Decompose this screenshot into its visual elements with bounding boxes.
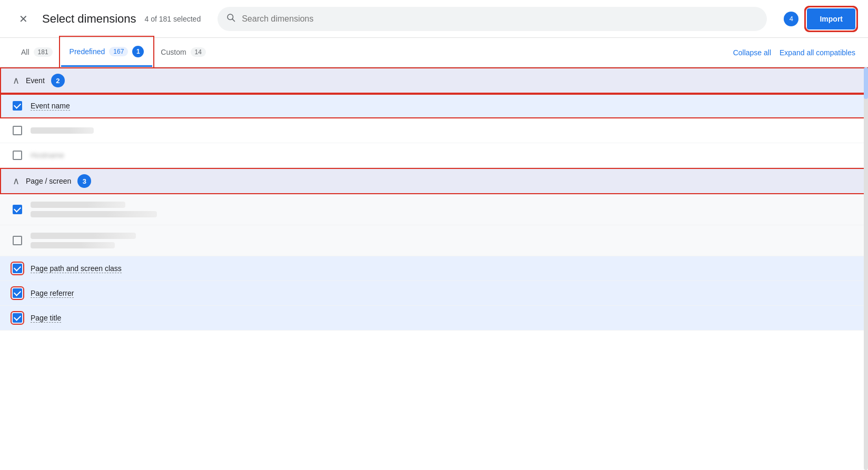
tabs-row: All 181 Predefined 167 1 Custom 14 Colla… bbox=[0, 38, 868, 67]
tab-all-badge: 181 bbox=[34, 47, 53, 57]
ps-checkbox2[interactable] bbox=[13, 236, 22, 245]
ps-item2-redacted bbox=[31, 233, 178, 248]
tab-predefined-step: 1 bbox=[132, 46, 144, 57]
tab-custom[interactable]: Custom 14 bbox=[152, 38, 214, 67]
event-name-label: Event name bbox=[31, 102, 70, 111]
page-referrer-item[interactable]: Page referrer bbox=[0, 281, 868, 306]
page-screen-section-title: Page / screen bbox=[26, 177, 71, 185]
event-section-header[interactable]: ∧ Event 2 bbox=[0, 67, 868, 94]
tab-custom-badge: 14 bbox=[191, 47, 206, 57]
page-title: Select dimensions bbox=[42, 12, 136, 26]
event-name-item[interactable]: Event name bbox=[0, 94, 868, 118]
selection-count: 4 of 181 selected bbox=[145, 15, 201, 23]
search-bar bbox=[218, 7, 767, 31]
page-path-item[interactable]: Page path and screen class bbox=[0, 256, 868, 281]
tab-actions: Collapse all Expand all compatibles bbox=[733, 48, 855, 57]
page-screen-section-count: 3 bbox=[77, 174, 91, 188]
selected-count-badge: 4 bbox=[784, 12, 798, 26]
event-section-count: 2 bbox=[51, 74, 65, 87]
close-button[interactable]: ✕ bbox=[13, 8, 34, 29]
close-icon: ✕ bbox=[19, 13, 28, 25]
page-title-checkbox[interactable] bbox=[13, 313, 22, 323]
page-referrer-label: Page referrer bbox=[31, 289, 74, 298]
tab-custom-label: Custom bbox=[161, 48, 186, 56]
hostname-label: Hostname bbox=[31, 151, 64, 159]
page-path-label: Page path and screen class bbox=[31, 264, 122, 273]
import-button[interactable]: Import bbox=[807, 8, 855, 29]
event-collapse-icon: ∧ bbox=[13, 75, 19, 86]
content-area: ∧ Event 2 Event name Hostname ∧ Page / s… bbox=[0, 67, 868, 470]
page-screen-collapse-icon: ∧ bbox=[13, 175, 19, 187]
event-item2-checkbox[interactable] bbox=[13, 126, 22, 135]
scrollbar-track[interactable] bbox=[864, 67, 868, 470]
hostname-checkbox[interactable] bbox=[13, 151, 22, 160]
svg-line-1 bbox=[233, 19, 235, 21]
hostname-item[interactable]: Hostname bbox=[0, 143, 868, 168]
ps-checkbox1[interactable] bbox=[13, 205, 22, 214]
header: ✕ Select dimensions 4 of 181 selected 4 … bbox=[0, 0, 868, 38]
event-item2-redacted bbox=[31, 127, 115, 134]
tab-all[interactable]: All 181 bbox=[13, 38, 61, 67]
page-path-checkbox[interactable] bbox=[13, 264, 22, 273]
ps-item1-redacted bbox=[31, 202, 178, 217]
event-name-checkbox[interactable] bbox=[13, 101, 22, 111]
search-input[interactable] bbox=[242, 14, 758, 24]
page-screen-section-header[interactable]: ∧ Page / screen 3 bbox=[0, 168, 868, 194]
tab-predefined-badge: 167 bbox=[109, 47, 128, 56]
import-button-wrapper: Import bbox=[807, 8, 855, 29]
tab-predefined[interactable]: Predefined 167 1 bbox=[61, 38, 153, 67]
search-icon bbox=[226, 13, 235, 25]
page-title-item[interactable]: Page title bbox=[0, 306, 868, 331]
expand-all-link[interactable]: Expand all compatibles bbox=[780, 48, 855, 57]
ps-item-2[interactable] bbox=[0, 225, 868, 256]
tab-predefined-label: Predefined bbox=[70, 47, 105, 56]
page-title-label: Page title bbox=[31, 314, 61, 323]
ps-item-1[interactable] bbox=[0, 194, 868, 225]
page-referrer-checkbox[interactable] bbox=[13, 288, 22, 298]
tab-all-label: All bbox=[21, 48, 29, 56]
event-section-title: Event bbox=[26, 76, 45, 85]
event-item-2[interactable] bbox=[0, 118, 868, 143]
collapse-all-link[interactable]: Collapse all bbox=[733, 48, 771, 57]
scrollbar-thumb[interactable] bbox=[864, 67, 868, 99]
